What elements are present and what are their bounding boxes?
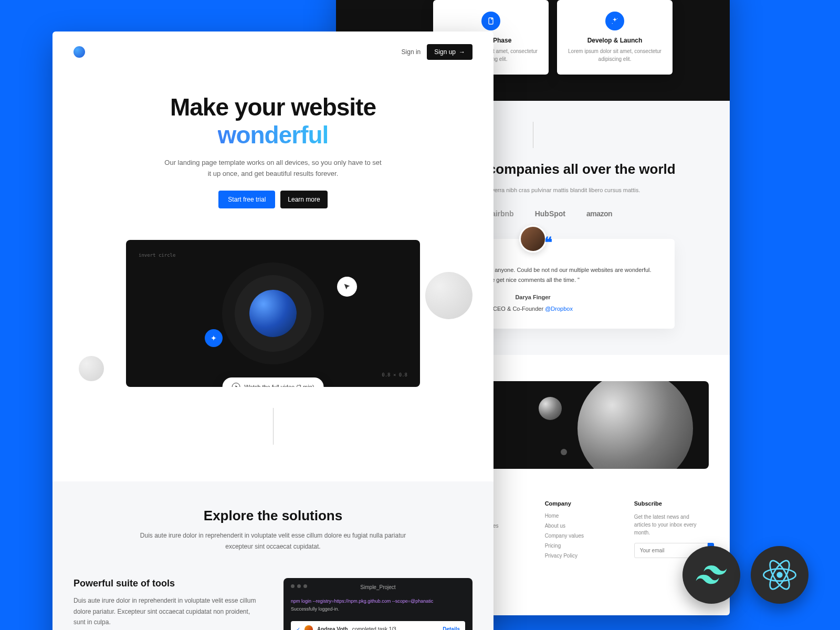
landing-page-primary: Sign in Sign up → Make your websitewonde… — [52, 32, 494, 630]
task-text: completed task 1/3 — [352, 626, 396, 630]
signup-button[interactable]: Sign up → — [427, 44, 472, 60]
terminal-line: npm login --registry=https://npm.pkg.git… — [291, 597, 465, 605]
avatar — [304, 625, 313, 630]
arrow-right-icon: → — [459, 48, 465, 56]
media-label: invert circle — [139, 253, 175, 258]
tailwind-icon — [696, 565, 727, 584]
media-label: 0.8 × 0.8 — [382, 372, 407, 377]
solutions-section: Explore the solutions Duis aute irure do… — [52, 481, 494, 630]
terminal-preview: Simple_Project npm login --registry=http… — [284, 578, 472, 630]
quote-icon: ❝ — [544, 234, 552, 251]
solutions-sub: Duis aute irure dolor in reprehenderit i… — [126, 530, 420, 552]
brand-logo-hubspot: HubSpot — [535, 209, 565, 218]
sparkle-icon — [605, 12, 624, 30]
footer-link[interactable]: About us — [545, 523, 603, 529]
decorative-orb — [425, 272, 472, 319]
solutions-heading: Explore the solutions — [126, 508, 420, 524]
divider — [273, 408, 274, 445]
decorative-orb — [578, 381, 693, 469]
footer-link[interactable]: Home — [545, 513, 603, 519]
cursor-icon — [337, 277, 357, 297]
svg-point-1 — [617, 18, 617, 19]
tools-title: Powerful suite of tools — [74, 578, 262, 589]
hero-media: invert circle 0.8 × 0.8 ✦ Watch the full… — [126, 240, 420, 387]
decorative-orb — [539, 397, 562, 420]
brand-logo-amazon: amazon — [586, 209, 612, 218]
feature-card-develop: Develop & Launch Lorem ipsum dolor sit a… — [557, 0, 673, 75]
svg-point-2 — [612, 23, 613, 24]
logo-icon[interactable] — [74, 46, 85, 58]
learn-more-button[interactable]: Learn more — [280, 191, 327, 208]
check-icon: ✓ — [296, 626, 300, 630]
header: Sign in Sign up → — [52, 32, 494, 72]
footer-link[interactable]: Pricing — [545, 543, 603, 549]
avatar — [519, 225, 547, 253]
feature-body: Lorem ipsum dolor sit amet, consectetur … — [566, 47, 663, 63]
play-icon — [232, 383, 240, 387]
hero-section: Make your websitewonderful Our landing p… — [52, 72, 494, 481]
task-user: Andrea Voth — [317, 626, 348, 630]
react-badge — [751, 546, 808, 604]
react-icon — [763, 558, 796, 592]
footer-col-company: Company Home About us Company values Pri… — [545, 500, 603, 563]
compass-icon: ✦ — [205, 329, 223, 347]
tools-desc: Duis aute irure dolor in reprehenderit i… — [74, 595, 262, 627]
start-trial-button[interactable]: Start free trial — [218, 191, 275, 208]
task-notification: ✓ Andrea Voth completed task 1/3 Details — [291, 621, 465, 630]
decorative-orb — [561, 449, 567, 455]
footer-col-title: Subscribe — [634, 500, 704, 507]
signin-link[interactable]: Sign in — [402, 48, 421, 56]
terminal-line: Successfully logged-in. — [291, 605, 465, 613]
terminal-title: Simple_Project — [360, 584, 395, 590]
footer-col-title: Company — [545, 500, 603, 507]
sphere-graphic — [249, 290, 297, 337]
svg-point-3 — [776, 572, 782, 578]
tailwind-badge — [682, 546, 740, 604]
footer-link[interactable]: Privacy Policy — [545, 553, 603, 559]
hero-title: Make your websitewonderful — [116, 93, 430, 149]
divider — [533, 122, 533, 148]
subscribe-desc: Get the latest news and articles to your… — [634, 513, 704, 537]
decorative-orb — [79, 356, 104, 381]
feature-title: Develop & Launch — [566, 37, 663, 44]
hero-subtitle: Our landing page template works on all d… — [163, 158, 383, 180]
tablet-icon — [481, 12, 500, 30]
task-details-link[interactable]: Details — [443, 626, 460, 630]
watch-video-button[interactable]: Watch the full video (2 min) — [223, 377, 324, 387]
footer-link[interactable]: Company values — [545, 533, 603, 539]
